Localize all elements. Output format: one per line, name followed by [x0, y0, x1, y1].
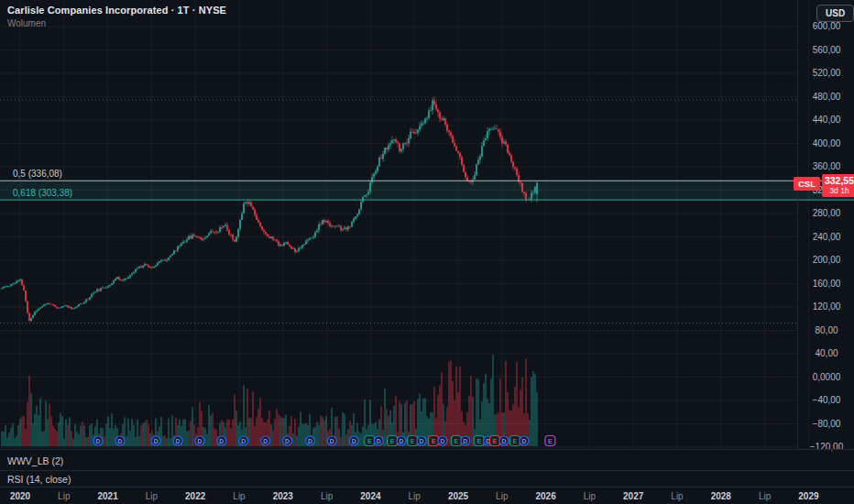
dividend-marker[interactable]: D	[397, 436, 406, 445]
y-axis-tick-label: 360,00	[798, 161, 854, 172]
price-axis[interactable]: 600,00560,00520,00480,00440,00400,00360,…	[797, 0, 854, 449]
fib-band	[0, 181, 854, 200]
earnings-marker[interactable]: E	[545, 436, 555, 446]
svg-text:D: D	[330, 438, 334, 444]
dividend-marker[interactable]: D	[93, 436, 103, 445]
y-axis-tick-label: 240,00	[798, 232, 854, 243]
y-axis-tick-label: 560,00	[798, 45, 854, 56]
x-axis-month-label: Lip	[146, 491, 158, 501]
x-axis-year-label: 2029	[798, 491, 818, 501]
y-axis-tick-label: 40,00	[798, 348, 854, 359]
svg-text:E: E	[454, 438, 459, 444]
earnings-marker[interactable]: E	[429, 436, 439, 446]
symbol-title[interactable]: Carlisle Companies Incorporated · 1T · N…	[7, 5, 226, 16]
x-axis-month-label: Lip	[759, 491, 771, 501]
svg-text:E: E	[411, 438, 415, 444]
dividend-marker[interactable]: D	[115, 436, 125, 445]
svg-text:D: D	[176, 438, 181, 444]
earnings-marker[interactable]: E	[474, 436, 484, 446]
svg-text:D: D	[521, 438, 526, 444]
dividend-marker[interactable]: D	[499, 436, 509, 445]
svg-text:E: E	[367, 438, 372, 444]
svg-text:D: D	[263, 438, 268, 444]
x-axis-year-label: 2022	[185, 491, 205, 501]
x-axis-month-label: Lip	[584, 491, 596, 501]
pane-title-rsi: RSI (14, close)	[0, 474, 71, 485]
x-axis-month-label: Lip	[233, 491, 245, 501]
earnings-marker[interactable]: E	[388, 436, 398, 446]
chart-legend: Carlisle Companies Incorporated · 1T · N…	[7, 5, 226, 28]
dividend-marker[interactable]: D	[305, 436, 314, 445]
svg-text:D: D	[117, 438, 122, 444]
pane-title-wwv: WWV_LB (2)	[0, 455, 63, 466]
dividend-marker[interactable]: D	[283, 436, 292, 445]
earnings-marker[interactable]: E	[509, 436, 520, 446]
x-axis-year-label: 2025	[448, 491, 468, 501]
dividend-marker[interactable]: D	[417, 436, 426, 445]
dividend-marker[interactable]: D	[239, 436, 248, 445]
dividend-marker[interactable]: D	[520, 436, 529, 445]
y-axis-tick-label: 440,00	[798, 115, 854, 126]
dividend-marker[interactable]: D	[217, 436, 226, 445]
tradingview-chart-window: DDDDDDDDDDDDEDEDEDEDEDEDEDEDE Carlisle C…	[0, 0, 854, 504]
svg-text:D: D	[377, 438, 381, 444]
y-axis-tick-label: −40,00	[798, 395, 854, 406]
svg-text:D: D	[501, 438, 506, 444]
dividend-marker[interactable]: D	[374, 436, 383, 445]
x-axis-year-label: 2028	[711, 491, 731, 501]
dividend-marker[interactable]: D	[195, 436, 204, 445]
svg-text:D: D	[219, 438, 224, 444]
y-axis-tick-label: 280,00	[798, 208, 854, 219]
dividend-marker[interactable]: D	[438, 436, 447, 445]
currency-toggle-button[interactable]: USD	[816, 5, 854, 22]
earnings-marker[interactable]: E	[365, 436, 375, 446]
svg-text:D: D	[463, 438, 467, 444]
earnings-marker[interactable]: E	[451, 436, 461, 446]
indicator-pane-wwv[interactable]: WWV_LB (2)	[0, 449, 854, 471]
grid-layer	[0, 0, 808, 449]
x-axis-month-label: Lip	[409, 491, 421, 501]
y-axis-tick-label: 400,00	[798, 138, 854, 149]
time-axis[interactable]: 2020Lip2021Lip2022Lip2023Lip2024Lip2025L…	[0, 487, 854, 504]
svg-text:D: D	[440, 438, 444, 444]
candles-layer	[1, 97, 538, 322]
dividend-marker[interactable]: D	[173, 436, 182, 445]
fib-level-05-label: 0,5 (336,08)	[13, 169, 62, 179]
svg-text:E: E	[513, 438, 518, 444]
svg-text:D: D	[241, 438, 246, 444]
x-axis-year-label: 2026	[535, 491, 555, 501]
x-axis-month-label: Lip	[671, 491, 683, 501]
y-axis-tick-label: 200,00	[798, 255, 854, 266]
svg-text:D: D	[285, 438, 290, 444]
earnings-marker[interactable]: E	[408, 436, 418, 446]
x-axis-year-label: 2020	[10, 491, 30, 501]
dividend-marker[interactable]: D	[151, 436, 160, 445]
dividend-marker[interactable]: D	[461, 436, 470, 445]
svg-text:D: D	[308, 438, 312, 444]
dividend-marker[interactable]: D	[327, 436, 336, 445]
y-axis-tick-label: 520,00	[798, 68, 854, 79]
price-chart-canvas[interactable]: DDDDDDDDDDDDEDEDEDEDEDEDEDEDE	[0, 0, 854, 449]
x-axis-month-label: Lip	[321, 491, 333, 501]
y-axis-tick-label: −80,00	[798, 419, 854, 430]
y-axis-tick-label: 80,00	[798, 325, 854, 336]
earnings-marker[interactable]: E	[489, 436, 499, 446]
svg-text:E: E	[493, 438, 498, 444]
svg-text:E: E	[548, 438, 553, 444]
x-axis-year-label: 2023	[273, 491, 293, 501]
indicator-pane-rsi[interactable]: RSI (14, close)	[0, 470, 854, 488]
y-axis-tick-label: 600,00	[798, 21, 854, 32]
svg-text:D: D	[352, 438, 356, 444]
dividend-marker[interactable]: D	[349, 436, 358, 445]
volume-indicator-label[interactable]: Wolumen	[7, 18, 226, 28]
x-axis-month-label: Lip	[58, 491, 70, 501]
y-axis-tick-label: 0,0000	[798, 372, 854, 383]
x-axis-year-label: 2021	[97, 491, 117, 501]
svg-text:D: D	[197, 438, 202, 444]
y-axis-tick-label: 120,00	[798, 301, 854, 312]
svg-text:D: D	[96, 438, 101, 444]
dividend-marker[interactable]: D	[261, 436, 270, 445]
svg-text:D: D	[420, 438, 424, 444]
bar-countdown: 3d 1h	[829, 187, 849, 195]
svg-text:E: E	[390, 438, 395, 444]
